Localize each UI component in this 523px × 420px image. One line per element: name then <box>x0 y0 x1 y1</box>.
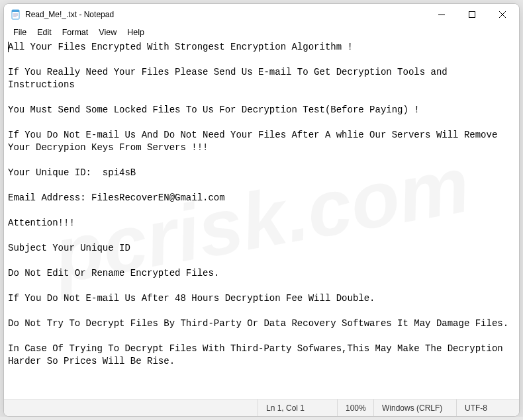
window-controls <box>426 4 518 25</box>
svg-rect-6 <box>469 12 475 18</box>
maximize-button[interactable] <box>457 4 487 25</box>
menu-format[interactable]: Format <box>57 26 94 38</box>
notepad-window: Read_Me!_.txt - Notepad File Edit Format… <box>3 3 520 417</box>
menu-file[interactable]: File <box>8 26 32 38</box>
status-spacer <box>4 399 258 416</box>
status-encoding: UTF-8 <box>456 399 519 416</box>
menubar: File Edit Format View Help <box>4 25 519 40</box>
menu-edit[interactable]: Edit <box>32 26 57 38</box>
menu-help[interactable]: Help <box>122 26 150 38</box>
status-position: Ln 1, Col 1 <box>258 399 337 416</box>
status-zoom: 100% <box>337 399 373 416</box>
document-text: All Your Files Encrypted With Strongest … <box>8 42 508 366</box>
svg-rect-1 <box>12 10 19 12</box>
text-editor[interactable]: All Your Files Encrypted With Strongest … <box>4 40 519 399</box>
titlebar[interactable]: Read_Me!_.txt - Notepad <box>4 4 519 25</box>
window-title: Read_Me!_.txt - Notepad <box>25 10 426 19</box>
statusbar: Ln 1, Col 1 100% Windows (CRLF) UTF-8 <box>4 399 519 416</box>
notepad-icon <box>11 9 21 20</box>
minimize-button[interactable] <box>426 4 457 25</box>
status-eol: Windows (CRLF) <box>373 399 456 416</box>
menu-view[interactable]: View <box>93 26 122 38</box>
close-button[interactable] <box>487 4 518 25</box>
